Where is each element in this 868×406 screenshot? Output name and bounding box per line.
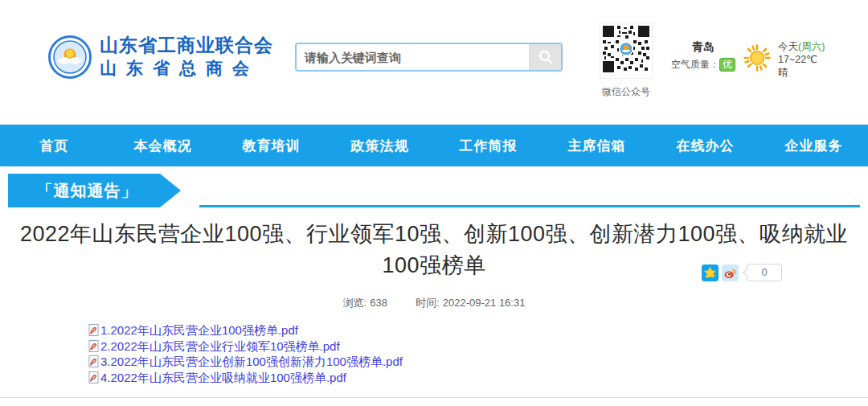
forecast-temp: 17~22℃	[778, 53, 825, 66]
site-logo[interactable]: 山东省工商业联合会 山东省总商会	[48, 34, 273, 80]
nav-item-home[interactable]: 首页	[0, 125, 108, 166]
qzone-share-icon[interactable]	[702, 265, 719, 281]
nav-item-chairman-mailbox[interactable]: 主席信箱	[542, 125, 651, 166]
pdf-icon	[88, 371, 99, 383]
share-row: 0	[702, 264, 782, 281]
weather-city: 青岛	[670, 39, 736, 54]
air-quality-label: 空气质量：	[671, 59, 719, 70]
attachment-link[interactable]: 4.2022年山东民营企业吸纳就业100强榜单.pdf	[100, 370, 346, 385]
search-input[interactable]	[297, 44, 529, 70]
air-quality-badge: 优	[719, 58, 735, 72]
org-name: 山东省工商业联合会 山东省总商会	[100, 34, 273, 80]
org-name-line1: 山东省工商业联合会	[100, 34, 273, 56]
article-meta: 浏览:638 时间:2022-09-21 16:31	[0, 296, 868, 310]
time-label: 时间:	[416, 297, 440, 309]
attachment-row[interactable]: 3.2022年山东民营企业创新100强创新潜力100强榜单.pdf	[88, 354, 403, 370]
search-button[interactable]	[529, 44, 561, 70]
wechat-qr-block: 微信公众号	[595, 23, 657, 99]
forecast-day: 今天(周六)	[778, 40, 825, 53]
pdf-icon	[88, 324, 99, 336]
pdf-icon	[88, 355, 99, 367]
forecast-condition: 晴	[778, 66, 825, 79]
qr-caption: 微信公众号	[595, 85, 657, 99]
page: 山东省工商业联合会 山东省总商会	[0, 0, 868, 406]
nav-item-enterprise-service[interactable]: 企业服务	[760, 125, 868, 166]
sun-icon	[743, 44, 771, 72]
main-nav: 首页 本会概况 教育培训 政策法规 工作简报 主席信箱 在线办公 企业服务	[0, 125, 868, 166]
search-box	[295, 43, 563, 72]
magnifier-icon	[538, 49, 554, 65]
nav-item-about[interactable]: 本会概况	[108, 125, 217, 166]
org-name-line2: 山东省总商会	[100, 56, 273, 80]
qr-frame	[600, 23, 653, 79]
weibo-share-icon[interactable]	[722, 265, 739, 281]
attachment-link[interactable]: 1.2022年山东民营企业100强榜单.pdf	[100, 322, 298, 338]
nav-item-bulletin[interactable]: 工作简报	[434, 125, 542, 166]
time-value: 2022-09-21 16:31	[443, 297, 526, 309]
views-value: 638	[370, 297, 387, 309]
attachment-link[interactable]: 3.2022年山东民营企业创新100强创新潜力100强榜单.pdf	[100, 354, 403, 369]
wechat-qr-code	[603, 26, 649, 72]
air-quality: 空气质量：优	[670, 58, 736, 72]
attachment-row[interactable]: 1.2022年山东民营企业100强榜单.pdf	[88, 322, 403, 338]
attachment-row[interactable]: 2.2022年山东民营企业行业领军10强榜单.pdf	[88, 338, 403, 355]
nav-item-training[interactable]: 教育培训	[217, 125, 326, 166]
section-divider-line	[199, 205, 860, 207]
views-label: 浏览:	[343, 297, 367, 309]
nav-item-policy[interactable]: 政策法规	[326, 125, 434, 166]
notice-section-badge[interactable]: 「通知通告」	[8, 174, 181, 207]
attachment-link[interactable]: 2.2022年山东民营企业行业领军10强榜单.pdf	[100, 338, 340, 354]
forecast-weekday: (周六)	[798, 41, 825, 52]
pdf-icon	[88, 340, 99, 352]
bottom-divider	[0, 397, 868, 398]
attachment-list: 1.2022年山东民营企业100强榜单.pdf 2.2022年山东民营企业行业领…	[88, 322, 403, 385]
nav-item-online-office[interactable]: 在线办公	[651, 125, 760, 166]
weather-city-block: 青岛 空气质量：优	[670, 39, 736, 72]
site-header: 山东省工商业联合会 山东省总商会	[0, 0, 868, 125]
share-count-bubble[interactable]: 0	[747, 264, 782, 281]
federation-emblem-icon	[48, 35, 92, 79]
weather-forecast: 今天(周六) 17~22℃ 晴	[778, 40, 825, 79]
attachment-row[interactable]: 4.2022年山东民营企业吸纳就业100强榜单.pdf	[88, 370, 403, 386]
